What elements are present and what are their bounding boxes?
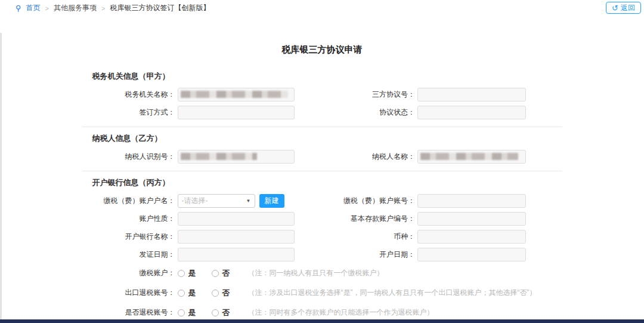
tax-payment-account-no[interactable]: 否: [212, 268, 230, 279]
redacted-value: [181, 91, 288, 98]
radio-label-yes: 是: [188, 268, 196, 279]
breadcrumb-separator: >: [45, 5, 49, 12]
page-edge-strip: [0, 33, 2, 319]
breadcrumb-other-services[interactable]: 其他服务事项: [54, 3, 97, 13]
radio-label-yes: 是: [188, 307, 196, 318]
bank-name-input[interactable]: [178, 230, 295, 244]
issue-date-label: 发证日期：: [91, 250, 178, 260]
redacted-value: [420, 153, 518, 160]
account-nature-input[interactable]: [178, 212, 295, 226]
basic-deposit-account-no-label: 基本存款账户编号：: [322, 214, 417, 224]
issue-date-input[interactable]: [178, 248, 295, 262]
redacted-value: [181, 153, 257, 160]
refund-account-label: 是否退税账号：: [91, 307, 178, 318]
currency-label: 币种：: [322, 232, 417, 242]
tax-payment-account-yes[interactable]: 是: [178, 268, 196, 279]
breadcrumb-current: 税库银三方协议签订【创新版】: [110, 3, 210, 13]
payment-account-name-select[interactable]: -请选择- ▼: [178, 194, 255, 208]
signing-method-label: 签订方式：: [91, 107, 178, 118]
agreement-status-label: 协议状态：: [322, 107, 417, 118]
export-refund-account-no[interactable]: 否: [212, 288, 230, 299]
agreement-no-input[interactable]: [417, 88, 526, 101]
section-title-taxpayer: 纳税人信息（乙方）: [91, 127, 553, 147]
back-arrow-icon: ↺: [612, 4, 618, 12]
page-title: 税库银三方协议申请: [91, 16, 553, 65]
tax-authority-name-input[interactable]: [178, 88, 295, 101]
back-button-top-label: 返回: [621, 3, 635, 13]
radio-label-no: 否: [222, 268, 230, 279]
radio-icon[interactable]: [178, 290, 185, 297]
back-button-top[interactable]: ↺ 返回: [606, 2, 641, 14]
radio-icon[interactable]: [212, 290, 219, 297]
taxpayer-id-input[interactable]: [178, 150, 295, 164]
breadcrumb-home[interactable]: 首页: [26, 3, 41, 13]
account-nature-label: 账户性质：: [91, 214, 178, 224]
radio-icon[interactable]: [178, 309, 185, 316]
basic-deposit-account-no-input[interactable]: [417, 212, 526, 226]
export-refund-account-label: 出口退税账号：: [91, 288, 178, 298]
taxpayer-name-input[interactable]: [417, 150, 526, 164]
radio-label-no: 否: [222, 288, 230, 299]
bank-name-label: 开户银行名称：: [91, 232, 178, 242]
taxpayer-name-label: 纳税人名称：: [322, 152, 417, 162]
export-refund-account-note: （注：涉及出口退税业务选择“是”，同一纳税人有且只有一个出口退税账户；其他选择“…: [248, 288, 537, 298]
radio-icon[interactable]: [212, 270, 219, 277]
tax-authority-name-label: 税务机关名称：: [91, 90, 178, 100]
bottom-bar: [0, 319, 644, 323]
taxpayer-id-label: 纳税人识别号：: [91, 152, 178, 162]
open-date-label: 开户日期：: [322, 250, 417, 260]
select-placeholder: -请选择-: [182, 196, 208, 206]
section-title-tax-authority: 税务机关信息（甲方）: [91, 65, 553, 85]
breadcrumb: ⚲ 首页 > 其他服务事项 > 税库银三方协议签订【创新版】 ↺ 返回: [0, 0, 644, 16]
export-refund-account-yes[interactable]: 是: [178, 288, 196, 299]
payment-account-no-label: 缴税（费）账户账号：: [322, 196, 417, 206]
breadcrumb-separator: >: [101, 5, 105, 12]
agreement-status-input[interactable]: [417, 106, 526, 119]
tax-payment-account-note: （注：同一纳税人有且只有一个缴税账户）: [248, 268, 384, 278]
refund-account-no[interactable]: 否: [212, 307, 230, 318]
currency-input[interactable]: [417, 230, 526, 244]
radio-label-no: 否: [222, 307, 230, 318]
radio-icon[interactable]: [178, 270, 185, 277]
refund-account-yes[interactable]: 是: [178, 307, 196, 318]
payment-account-name-label: 缴税（费）账户户名：: [91, 196, 178, 206]
chevron-down-icon: ▼: [246, 198, 251, 204]
section-title-bank: 开户银行信息（丙方）: [91, 171, 553, 192]
new-account-button[interactable]: 新建: [259, 194, 284, 208]
radio-icon[interactable]: [212, 309, 219, 316]
signing-method-input[interactable]: [178, 106, 295, 119]
payment-account-no-input[interactable]: [417, 194, 526, 208]
refund-account-note: （注：同时有多个存款账户的只能选择一个作为退税账户）: [248, 307, 434, 318]
location-pin-icon: ⚲: [16, 4, 21, 13]
radio-label-yes: 是: [188, 288, 196, 299]
tax-payment-account-label: 缴税账户：: [91, 268, 178, 278]
open-date-input[interactable]: [417, 248, 526, 262]
agreement-no-label: 三方协议号：: [322, 90, 417, 100]
